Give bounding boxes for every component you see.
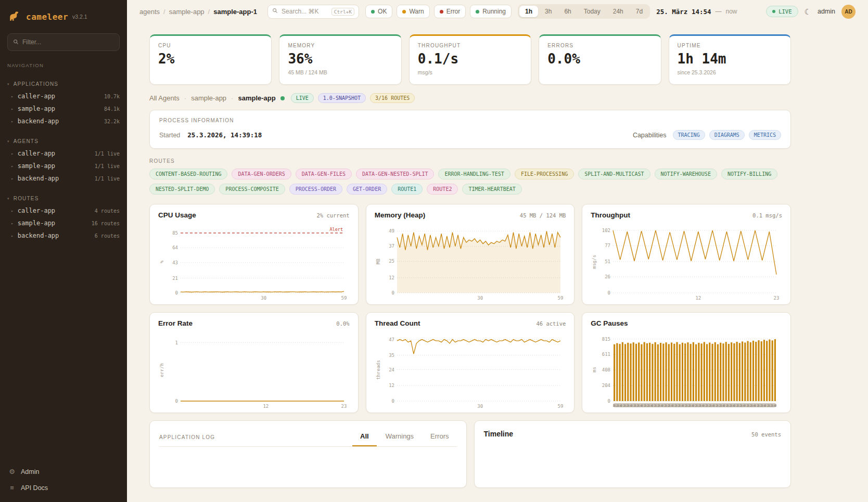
svg-text:30: 30 [261,295,266,301]
filter-chip-ok[interactable]: OK [365,5,392,18]
nav-section-agents[interactable]: ▾AGENTS [0,135,127,147]
svg-text:0: 0 [608,398,610,404]
stat-value: 1h 14m [678,52,782,66]
filter-chip-error[interactable]: Error [434,5,466,18]
filter-chip-running[interactable]: Running [470,5,512,18]
content-scroll[interactable]: CPU2%MEMORY36%45 MB / 124 MBTHROUGHPUT0.… [127,23,868,502]
sidebar-item-routes-caller-app[interactable]: ▸caller-app4 routes [0,204,127,217]
sidebar-item-applications-backend-app[interactable]: ▸backend-app32.2k [0,115,127,127]
route-chip-data-gen-orders[interactable]: DATA-GEN-ORDERS [232,169,291,179]
svg-text:30: 30 [477,295,483,301]
range-7d[interactable]: 7d [630,6,648,17]
sidebar-item-agents-sample-app[interactable]: ▸sample-app1/1 live [0,160,127,172]
live-label: LIVE [778,8,792,15]
route-chip-split-and-multicast[interactable]: SPLIT-AND-MULTICAST [578,169,650,179]
item-count: 1/1 live [95,151,120,157]
tab-errors[interactable]: Errors [423,429,456,446]
chart-title: Memory (Heap) [375,211,426,219]
sidebar-item-admin[interactable]: ⚙ Admin [8,468,119,475]
route-chip-get-order[interactable]: GET-ORDER [347,184,387,195]
route-chip-process-order[interactable]: PROCESS-ORDER [289,184,342,195]
y-axis-label: threads [375,330,381,409]
breadcrumb-sample-app-1: sample-app-1 [213,8,257,16]
chart-plot: 011223 [165,330,349,409]
nav-section-applications[interactable]: ▾APPLICATIONS [0,78,127,90]
context-badges: LIVE1.0-SNAPSHOT3/16 ROUTES [291,93,415,103]
route-chip-file-processing[interactable]: FILE-PROCESSING [515,169,574,179]
range-1h[interactable]: 1h [519,6,538,17]
avatar[interactable]: AD [841,5,856,19]
sidebar-item-applications-sample-app[interactable]: ▸sample-app84.1k [0,102,127,115]
sidebar-item-agents-caller-app[interactable]: ▸caller-app1/1 live [0,147,127,160]
time-display[interactable]: 25. März 14:54 — now [656,8,737,16]
item-count: 32.2k [104,119,120,124]
app-logo[interactable]: cameleer v3.2.1 [0,7,127,33]
svg-text:35: 35 [389,353,394,358]
route-chip-route2[interactable]: ROUTE2 [427,184,458,195]
chart-title: Error Rate [158,319,193,327]
route-chip-notify-warehouse[interactable]: NOTIFY-WAREHOUSE [655,169,717,179]
chart-plot: 021436485Alert3059 [165,222,349,301]
sidebar-footer: ⚙ Admin ≡ API Docs [0,462,127,494]
chart-current-value: 0.0% [336,320,349,327]
sidebar-item-routes-backend-app[interactable]: ▸backend-app6 routes [0,229,127,242]
chevron-right-icon: ▸ [11,107,14,111]
range-3h[interactable]: 3h [539,6,557,17]
nav-section-routes[interactable]: ▾ROUTES [0,192,127,204]
chevron-right-icon: ▸ [11,94,14,99]
route-chip-nested-split-demo[interactable]: NESTED-SPLIT-DEMO [149,184,215,195]
search-shortcut: Ctrl+K [331,8,354,16]
sidebar-item-applications-caller-app[interactable]: ▸caller-app10.7k [0,90,127,102]
status-dot-icon [371,10,375,14]
range-today[interactable]: Today [578,6,606,17]
svg-text:0: 0 [608,290,610,295]
stat-card-errors: ERRORS0.0% [539,34,661,85]
svg-text:59: 59 [557,404,563,409]
app-version: v3.2.1 [72,14,87,20]
tab-all[interactable]: All [352,429,377,446]
nav-sections: ▾APPLICATIONS▸caller-app10.7k▸sample-app… [0,70,127,242]
range-24h[interactable]: 24h [607,6,629,17]
search-placeholder: Search... ⌘K [282,8,318,15]
route-chip-data-gen-files[interactable]: DATA-GEN-FILES [296,169,352,179]
search-input[interactable]: Search... ⌘K Ctrl+K [267,5,359,19]
sidebar-filter[interactable] [7,33,120,51]
chart-plot: 0122435473059 [381,330,566,409]
filter-input[interactable] [22,38,114,46]
breadcrumb-sample-app[interactable]: sample-app [169,8,205,16]
route-chip-data-gen-nested-split[interactable]: DATA-GEN-NESTED-SPLIT [356,169,434,179]
item-label: caller-app [18,93,100,100]
svg-text:59: 59 [557,295,563,301]
user-label[interactable]: admin [818,8,835,15]
svg-text:0: 0 [175,290,178,295]
svg-text:77: 77 [605,243,610,248]
context-crumbs: All Agents·sample-app·sample-app [149,94,285,102]
sidebar-item-agents-backend-app[interactable]: ▸backend-app1/1 live [0,172,127,185]
context-all-agents[interactable]: All Agents [149,94,180,102]
route-chip-error-handling-test[interactable]: ERROR-HANDLING-TEST [438,169,510,179]
live-indicator[interactable]: LIVE [766,6,798,17]
breadcrumb-agents[interactable]: agents [139,8,160,16]
main-area: agents/sample-app/sample-app-1 Search...… [127,0,868,502]
route-chip-timer-heartbeat[interactable]: TIMER-HEARTBEAT [462,184,521,195]
theme-toggle-icon[interactable]: ☾ [805,8,811,16]
range-6h[interactable]: 6h [558,6,577,17]
y-axis-label: % [158,222,165,301]
context-sample-app[interactable]: sample-app [191,94,226,102]
svg-text:43: 43 [172,260,178,265]
item-label: caller-app [18,207,91,214]
svg-text:64: 64 [172,245,178,250]
tab-warnings[interactable]: Warnings [378,429,422,446]
route-chip-notify-billing[interactable]: NOTIFY-BILLING [721,169,777,179]
sidebar-item-api-docs[interactable]: ≡ API Docs [8,484,119,492]
sidebar-item-routes-sample-app[interactable]: ▸sample-app16 routes [0,217,127,229]
filter-chip-warn[interactable]: Warn [397,5,429,18]
live-dot-icon [772,10,775,13]
svg-text:59: 59 [341,295,347,301]
route-chip-content-based-routing[interactable]: CONTENT-BASED-ROUTING [149,169,227,179]
filter-label: Error [446,8,461,15]
route-chip-process-composite[interactable]: PROCESS-COMPOSITE [219,184,285,195]
capability-diagrams: DIAGRAMS [709,130,745,140]
chart-title: GC Pauses [591,319,628,327]
route-chip-route1[interactable]: ROUTE1 [391,184,423,195]
